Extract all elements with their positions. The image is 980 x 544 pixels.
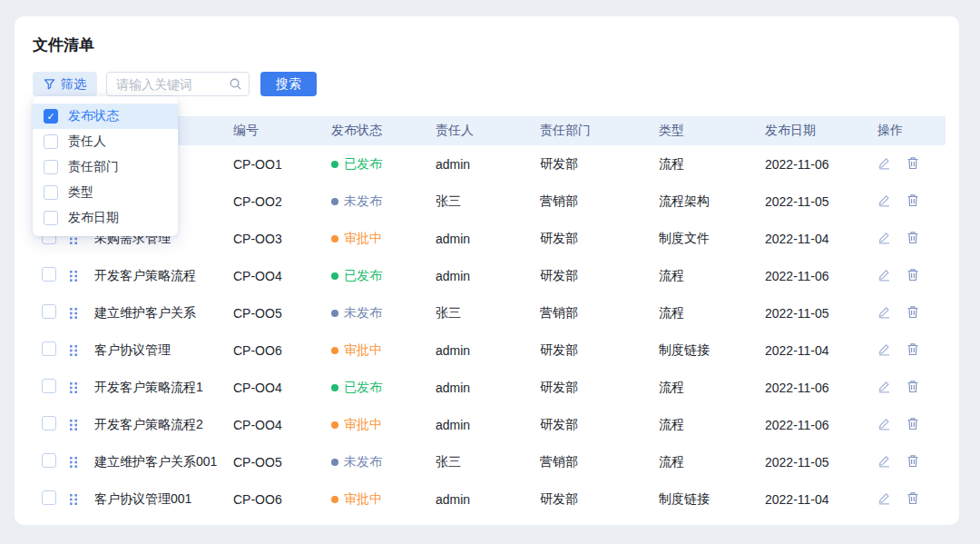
file-date: 2022-11-06: [765, 157, 877, 172]
row-checkbox[interactable]: [42, 490, 56, 505]
delete-icon[interactable]: [906, 193, 919, 210]
drag-handle-icon[interactable]: [69, 270, 94, 282]
filter-button-label: 筛选: [61, 76, 86, 93]
status-badge: 审批中: [331, 491, 382, 508]
file-name: 开发客户策略流程: [94, 268, 233, 284]
page-title: 文件清单: [33, 35, 94, 55]
file-code: CP-OO6: [233, 343, 331, 358]
delete-icon[interactable]: [906, 156, 919, 173]
checkbox-icon[interactable]: ✓: [44, 160, 58, 174]
table-row: 客户协议管理 CP-OO6 审批中 admin 研发部 制度链接 2022-11…: [33, 331, 946, 369]
file-code: CP-OO4: [233, 269, 331, 283]
delete-icon[interactable]: [906, 231, 919, 247]
filter-button[interactable]: 筛选: [33, 72, 97, 96]
file-date: 2022-11-06: [765, 269, 877, 283]
filter-option-label: 类型: [68, 184, 93, 201]
checkbox-icon[interactable]: ✓: [44, 134, 58, 149]
table-row: 建立维护客户关系 CP-OO5 未发布 张三 营销部 流程 2022-11-05: [33, 294, 946, 331]
edit-icon[interactable]: [877, 193, 891, 210]
header-type: 类型: [659, 123, 765, 139]
row-checkbox[interactable]: [42, 379, 56, 393]
checkbox-checked-icon[interactable]: ✓: [44, 109, 58, 124]
file-department: 研发部: [540, 380, 659, 396]
status-label: 已发布: [344, 268, 382, 284]
drag-handle-icon[interactable]: [69, 307, 94, 320]
filter-funnel-icon: [44, 78, 55, 90]
file-name: 开发客户策略流程2: [94, 417, 233, 433]
search-button[interactable]: 搜索: [260, 72, 317, 96]
file-department: 研发部: [540, 156, 659, 173]
file-department: 研发部: [540, 231, 659, 247]
file-date: 2022-11-05: [765, 455, 877, 470]
status-label: 审批中: [344, 491, 382, 508]
status-dot-icon: [331, 310, 338, 317]
filter-option-label: 发布状态: [68, 108, 119, 124]
row-checkbox[interactable]: [42, 453, 56, 468]
edit-icon[interactable]: [877, 380, 891, 396]
drag-handle-icon[interactable]: [69, 381, 94, 394]
file-department: 研发部: [540, 417, 659, 433]
file-code: CP-OO6: [233, 492, 331, 507]
status-dot-icon: [331, 347, 338, 354]
file-date: 2022-11-05: [765, 194, 877, 209]
status-dot-icon: [331, 272, 338, 280]
row-checkbox[interactable]: [42, 304, 56, 319]
file-date: 2022-11-05: [765, 306, 877, 321]
delete-icon[interactable]: [906, 342, 919, 359]
delete-icon[interactable]: [906, 380, 919, 396]
file-type: 流程架构: [659, 193, 765, 210]
file-owner: admin: [436, 269, 540, 283]
status-badge: 审批中: [331, 231, 382, 247]
status-badge: 未发布: [331, 193, 382, 210]
filter-option-label: 责任部门: [68, 159, 119, 175]
status-label: 审批中: [344, 342, 382, 359]
file-department: 营销部: [540, 305, 659, 321]
file-owner: 张三: [436, 193, 540, 210]
file-code: CP-OO3: [233, 232, 331, 246]
drag-handle-icon[interactable]: [69, 419, 94, 431]
file-code: CP-OO1: [233, 157, 331, 172]
file-date: 2022-11-04: [765, 492, 877, 507]
delete-icon[interactable]: [906, 454, 919, 470]
status-dot-icon: [331, 161, 338, 168]
filter-option-owner[interactable]: ✓ 责任人: [33, 129, 178, 154]
status-label: 审批中: [344, 417, 382, 433]
edit-icon[interactable]: [877, 268, 891, 284]
row-checkbox[interactable]: [42, 341, 56, 356]
file-owner: admin: [436, 381, 540, 395]
status-label: 未发布: [344, 305, 382, 321]
file-department: 研发部: [540, 342, 659, 359]
drag-handle-icon[interactable]: [69, 493, 94, 506]
checkbox-icon[interactable]: ✓: [44, 211, 58, 225]
file-department: 研发部: [540, 491, 659, 508]
file-type: 制度文件: [659, 231, 765, 247]
row-checkbox[interactable]: [42, 267, 56, 282]
search-icon: [229, 77, 242, 94]
delete-icon[interactable]: [906, 417, 919, 433]
edit-icon[interactable]: [877, 342, 891, 359]
edit-icon[interactable]: [877, 305, 891, 321]
filter-option-publish-date[interactable]: ✓ 发布日期: [33, 205, 178, 231]
delete-icon[interactable]: [906, 491, 919, 508]
delete-icon[interactable]: [906, 305, 919, 321]
edit-icon[interactable]: [877, 231, 891, 247]
file-type: 流程: [659, 417, 765, 433]
delete-icon[interactable]: [906, 268, 919, 284]
drag-handle-icon[interactable]: [69, 344, 94, 357]
status-label: 审批中: [344, 231, 382, 247]
drag-handle-icon[interactable]: [69, 456, 94, 469]
filter-option-department[interactable]: ✓ 责任部门: [33, 154, 178, 180]
edit-icon[interactable]: [877, 417, 891, 433]
file-type: 流程: [659, 156, 765, 173]
header-status: 发布状态: [331, 123, 436, 139]
header-department: 责任部门: [540, 123, 659, 139]
edit-icon[interactable]: [877, 491, 891, 508]
edit-icon[interactable]: [877, 156, 891, 173]
filter-option-publish-status[interactable]: ✓ 发布状态: [33, 104, 178, 129]
file-owner: admin: [436, 157, 540, 172]
filter-option-type[interactable]: ✓ 类型: [33, 180, 178, 205]
row-checkbox[interactable]: [42, 416, 56, 430]
edit-icon[interactable]: [877, 454, 891, 470]
checkbox-icon[interactable]: ✓: [44, 185, 58, 200]
file-name: 建立维护客户关系001: [94, 454, 233, 470]
